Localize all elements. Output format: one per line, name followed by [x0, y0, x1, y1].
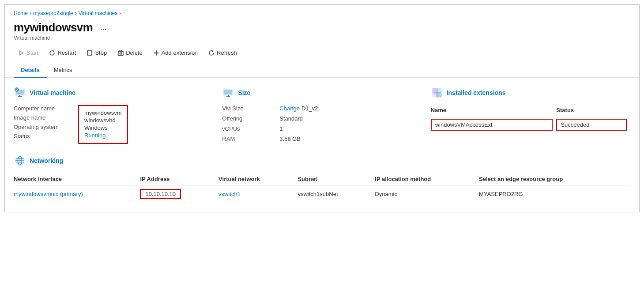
- net-vnet-cell: vswitch1: [218, 185, 298, 203]
- ext-section-title: Installed extensions: [447, 89, 506, 96]
- svg-rect-1: [87, 51, 92, 55]
- vcpus-label: vCPUs: [222, 125, 279, 132]
- ram-value: 3.58 GB: [279, 136, 301, 142]
- ip-address-box: 10.10.10.10: [140, 189, 181, 199]
- net-icon: [14, 155, 26, 167]
- net-vnet-link[interactable]: vswitch1: [218, 191, 241, 197]
- svg-rect-16: [224, 90, 232, 94]
- ext-icon: [431, 87, 443, 99]
- status-value: Running: [84, 132, 122, 139]
- page-title: mywindowsvm: [14, 21, 93, 34]
- content-area: Virtual machine Computer name Image name…: [5, 78, 639, 212]
- ext-status-box: Succeeded: [556, 119, 627, 131]
- networking-table: Network interface IP Address Virtual net…: [14, 173, 630, 203]
- toolbar: Start Restart Stop: [5, 44, 639, 62]
- networking-section: Networking Network interface IP Address …: [14, 155, 630, 203]
- plus-icon: [153, 50, 159, 56]
- change-link[interactable]: Change: [279, 105, 300, 112]
- refresh-button[interactable]: Refresh: [204, 47, 241, 58]
- computer-name-value: mywindowsvm: [84, 109, 122, 116]
- installed-extensions-section: Installed extensions Name Status windows…: [431, 87, 630, 146]
- offering-value: Standard: [279, 115, 303, 122]
- net-ipmethod-cell: Dynamic: [375, 185, 479, 203]
- page-header: mywindowsvm ... Virtual machine: [5, 18, 639, 44]
- net-edgerg-cell: MYASEPRO2RG: [479, 185, 630, 203]
- vm-info-box: mywindowsvm windowsvhd Windows Running: [78, 105, 128, 144]
- start-button[interactable]: Start: [14, 47, 43, 58]
- size-section: Size VM Size Change D1_v2 Offering Stand…: [222, 87, 422, 146]
- refresh-icon: [208, 50, 215, 56]
- os-label: Operating system: [14, 124, 71, 130]
- ram-label: RAM: [222, 136, 279, 142]
- offering-label: Offering: [222, 115, 279, 122]
- page-subtitle: Virtual machine: [14, 35, 630, 41]
- ext-name-col: Name: [431, 105, 557, 117]
- breadcrumb: Home › myasepro2single › Virtual machine…: [5, 5, 639, 18]
- extensions-table: Name Status windowsVMAccessExt Succeeded: [431, 105, 630, 132]
- net-ip-cell: 10.10.10.10: [140, 185, 218, 203]
- ellipsis-button[interactable]: ...: [97, 22, 109, 33]
- breadcrumb-home[interactable]: Home: [14, 10, 28, 16]
- vm-size-value: D1_v2: [301, 105, 318, 112]
- net-interface-col: Network interface: [14, 173, 140, 185]
- ext-status-cell: Succeeded: [556, 117, 630, 132]
- vcpus-value: 1: [279, 125, 282, 132]
- net-subnet-col: Subnet: [298, 173, 375, 185]
- add-extension-button[interactable]: Add extension: [149, 47, 202, 58]
- tab-details[interactable]: Details: [14, 62, 47, 78]
- restart-icon: [49, 50, 55, 56]
- size-section-title: Size: [238, 89, 250, 96]
- tab-metrics[interactable]: Metrics: [47, 62, 79, 78]
- net-vnet-col: Virtual network: [218, 173, 298, 185]
- svg-rect-22: [433, 92, 437, 97]
- networking-title-text: Networking: [30, 157, 63, 164]
- breadcrumb-virtual-machines[interactable]: Virtual machines: [79, 10, 118, 16]
- play-icon: [18, 50, 24, 56]
- net-ip-col: IP Address: [140, 173, 218, 185]
- net-subnet-cell: vswitch1subNet: [298, 185, 375, 203]
- stop-button[interactable]: Stop: [82, 47, 111, 58]
- virtual-machine-section: Virtual machine Computer name Image name…: [14, 87, 213, 146]
- image-name-value: windowsvhd: [84, 117, 122, 124]
- vm-size-change-link: Change: [279, 105, 300, 112]
- vm-section-title: Virtual machine: [30, 89, 75, 96]
- ext-name-box: windowsVMAccessExt: [431, 119, 553, 131]
- net-interface-link[interactable]: mywindowsvmnic (primary): [14, 191, 83, 197]
- breadcrumb-resource-group[interactable]: myasepro2single: [33, 10, 73, 16]
- image-name-label: Image name: [14, 114, 71, 121]
- net-row: mywindowsvmnic (primary) 10.10.10.10 vsw…: [14, 185, 630, 203]
- tabs: Details Metrics: [5, 62, 639, 78]
- ext-status-col: Status: [556, 105, 630, 117]
- computer-name-label: Computer name: [14, 105, 71, 112]
- status-label: Status: [14, 133, 71, 139]
- ext-row: windowsVMAccessExt Succeeded: [431, 117, 630, 132]
- size-icon: [222, 87, 234, 99]
- net-ipmethod-col: IP allocation method: [375, 173, 479, 185]
- svg-marker-0: [19, 51, 23, 55]
- svg-point-14: [15, 87, 19, 92]
- net-interface-cell: mywindowsvmnic (primary): [14, 185, 140, 203]
- ext-name-cell: windowsVMAccessExt: [431, 117, 557, 132]
- net-edgerg-col: Select an edge resource group: [479, 173, 630, 185]
- vm-size-label: VM Size: [222, 105, 279, 112]
- delete-icon: [117, 50, 124, 56]
- svg-rect-4: [120, 50, 122, 51]
- delete-button[interactable]: Delete: [113, 47, 147, 58]
- vm-icon: [14, 87, 26, 99]
- stop-icon: [87, 50, 93, 56]
- restart-button[interactable]: Restart: [45, 47, 80, 58]
- os-value: Windows: [84, 124, 122, 131]
